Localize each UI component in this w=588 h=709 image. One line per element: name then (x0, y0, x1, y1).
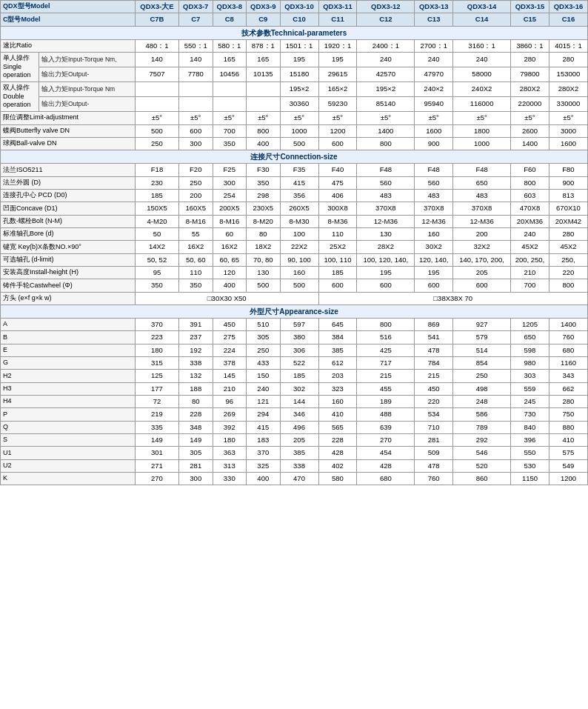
concave-val-7: 370X8 (415, 202, 453, 215)
single-output-val-7: 47970 (415, 67, 453, 82)
iso-val-5: F40 (318, 164, 357, 176)
single-output-val-5: 29615 (318, 67, 357, 82)
c-col-header-2: C8 (213, 13, 247, 26)
flange-od-val-1: 250 (178, 176, 213, 189)
single-input-row: 单人操作Singleoperation 输入力矩Input-Torque Nm,… (1, 53, 588, 67)
single-input-val-3: 165 (247, 53, 281, 67)
single-input-val-6: 240 (357, 53, 415, 67)
double-input-val-3 (247, 82, 281, 97)
flange-od-val-9: 800 (510, 176, 549, 189)
iso-val-8: F48 (453, 164, 511, 176)
ratio-val-6: 2400：1 (357, 39, 415, 52)
row-Q: Q 335348392415496565639710789840880 (1, 421, 588, 433)
single-op-label: 单人操作Singleoperation (1, 53, 39, 82)
section-conn-label: 连接尺寸Connection-size (1, 150, 588, 164)
single-output-label: 输出力矩Output- (39, 67, 135, 82)
double-output-val-3 (247, 97, 281, 112)
section-conn-header: 连接尺寸Connection-size (1, 150, 588, 164)
bolt-val-9: 20XM36 (510, 215, 549, 227)
single-output-val-1: 7780 (178, 67, 213, 82)
flange-od-row: 法兰外圆 (D) 230 250 300 350 415 475 560 560… (1, 176, 588, 189)
dlimit-label: 可选轴孔 (d-limit) (1, 253, 136, 266)
handwheel-val-3: 500 (247, 279, 281, 292)
spec-table: QDX型号Model QDX3-大E QDX3-7 QDX3-8 QDX3-9 … (0, 0, 588, 485)
section-tech-label: 技术参数Technical-parameters (1, 26, 588, 39)
bore-val-4: 100 (280, 227, 318, 240)
ball-val-10: 1600 (549, 137, 587, 150)
concave-val-3: 230X5 (247, 202, 281, 215)
iso-row: 法兰ISO5211 F18 F20 F25 F30 F35 F40 F48 F4… (1, 164, 588, 176)
ball-val-2: 350 (213, 137, 247, 150)
butterfly-label: 蝶阀Butterfly valve DN (1, 124, 136, 137)
install-h-val-2: 120 (213, 266, 247, 279)
double-input-val-7: 240×2 (415, 82, 453, 97)
ball-val-7: 900 (415, 137, 453, 150)
c-col-header-6: C12 (357, 13, 415, 26)
col-header-4: QDX3-10 (280, 1, 318, 13)
single-input-val-10: 280 (549, 53, 587, 67)
bore-val-1: 55 (178, 227, 213, 240)
install-h-val-4: 160 (280, 266, 318, 279)
single-input-val-4: 195 (280, 53, 318, 67)
G-label: G (1, 357, 136, 370)
c-col-header-1: C7 (178, 13, 213, 26)
concave-val-8: 370X8 (453, 202, 511, 215)
row-H2: H2 125132145150185203215215250303343 (1, 370, 588, 382)
iso-val-6: F48 (357, 164, 415, 176)
pcd-val-9: 603 (510, 189, 549, 202)
single-input-val-1: 140 (178, 53, 213, 67)
key-val-6: 28X2 (357, 241, 415, 253)
row-U2: U2 271281313325338402428478520530549 (1, 459, 588, 472)
butterfly-val-6: 1400 (357, 124, 415, 137)
col-header-5: QDX3-11 (318, 1, 357, 13)
butterfly-row: 蝶阀Butterfly valve DN 500 600 700 800 100… (1, 124, 588, 137)
double-output-val-4: 30360 (280, 97, 318, 112)
key-val-10: 45X2 (549, 241, 587, 253)
bolt-row: 孔数-螺栓Bolt (N-M) 4-M20 8-M16 8-M16 8-M20 … (1, 215, 588, 227)
c-col-header-0: C7B (135, 13, 178, 26)
concave-row: 凹面Concave (D1) 150X5 160X5 200X5 230X5 2… (1, 202, 588, 215)
limit-val-1: ±5° (178, 112, 213, 124)
double-output-val-7: 95940 (415, 97, 453, 112)
limit-val-10: ±5° (549, 112, 587, 124)
ratio-val-8: 3160：1 (453, 39, 511, 52)
concave-val-9: 470X8 (510, 202, 549, 215)
single-output-val-8: 58000 (453, 67, 511, 82)
key-label: 键宽 Key(b)X条数NO.×90° (1, 241, 136, 253)
bolt-val-0: 4-M20 (135, 215, 178, 227)
concave-val-5: 300X8 (318, 202, 357, 215)
pcd-val-7: 483 (415, 189, 453, 202)
section-appear-header: 外型尺寸Appearance-size (1, 304, 588, 318)
single-output-val-6: 42570 (357, 67, 415, 82)
ratio-val-9: 3860：1 (510, 39, 549, 52)
col-header-10: QDX3-16 (549, 1, 587, 13)
flange-od-val-2: 300 (213, 176, 247, 189)
pcd-val-0: 185 (135, 189, 178, 202)
bore-val-7: 160 (415, 227, 453, 240)
single-output-val-3: 10135 (247, 67, 281, 82)
single-output-val-2: 10456 (213, 67, 247, 82)
col-header-2: QDX3-8 (213, 1, 247, 13)
B-label: B (1, 331, 136, 344)
double-input-val-0 (135, 82, 178, 97)
ratio-row: 速比Ratio 480：1 550：1 580：1 878：1 1501：1 1… (1, 39, 588, 52)
key-row: 键宽 Key(b)X条数NO.×90° 14X2 16X2 16X2 18X2 … (1, 241, 588, 253)
c-label: C型号Model (1, 13, 136, 26)
col-header-0: QDX3-大E (135, 1, 178, 13)
dlimit-val-0: 50, 52 (135, 253, 178, 266)
ball-val-0: 250 (135, 137, 178, 150)
row-G: G 3153383784335226127177848549801160 (1, 357, 588, 370)
col-header-7: QDX3-13 (415, 1, 453, 13)
iso-val-3: F30 (247, 164, 281, 176)
pcd-label: 连接孔中心 PCD (D0) (1, 189, 136, 202)
key-val-2: 16X2 (213, 241, 247, 253)
double-output-label: 输出力矩Output- (39, 97, 135, 112)
key-val-1: 16X2 (178, 241, 213, 253)
iso-val-9: F60 (510, 164, 549, 176)
install-h-val-3: 130 (247, 266, 281, 279)
square-val-left: □30X30 X50 (135, 292, 318, 304)
handwheel-val-1: 350 (178, 279, 213, 292)
bore-val-10: 280 (549, 227, 587, 240)
square-row: 方头 (e×f g×k w) □30X30 X50 □38X38X 70 (1, 292, 588, 304)
ratio-val-10: 4015：1 (549, 39, 587, 52)
